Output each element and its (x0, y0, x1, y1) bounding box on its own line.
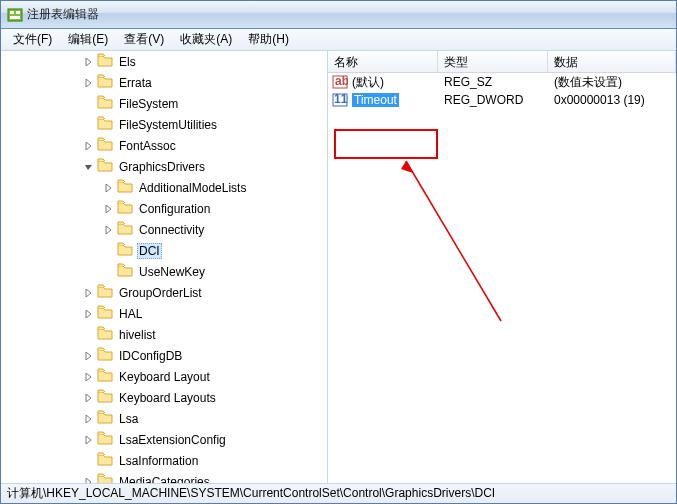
folder-icon (97, 452, 117, 469)
expander-closed-icon[interactable] (101, 201, 117, 217)
menu-view[interactable]: 查看(V) (116, 29, 172, 50)
folder-icon (117, 200, 137, 217)
tree-item-els[interactable]: Els (1, 51, 327, 72)
tree-item-configuration[interactable]: Configuration (1, 198, 327, 219)
folder-icon (117, 179, 137, 196)
col-data[interactable]: 数据 (548, 51, 676, 72)
tree-item-mediacategories[interactable]: MediaCategories (1, 471, 327, 483)
value-data: 0x00000013 (19) (548, 93, 676, 107)
value-type: REG_DWORD (438, 93, 548, 107)
list-row[interactable]: 110TimeoutREG_DWORD0x00000013 (19) (328, 91, 676, 109)
tree-item-label: Configuration (137, 201, 212, 217)
folder-icon (97, 158, 117, 175)
folder-icon (97, 431, 117, 448)
folder-icon (97, 305, 117, 322)
expander-none (81, 117, 97, 133)
expander-none (81, 96, 97, 112)
expander-closed-icon[interactable] (81, 411, 97, 427)
tree-item-lsainformation[interactable]: LsaInformation (1, 450, 327, 471)
col-type[interactable]: 类型 (438, 51, 548, 72)
tree-item-filesystemutilities[interactable]: FileSystemUtilities (1, 114, 327, 135)
expander-closed-icon[interactable] (81, 369, 97, 385)
tree-item-label: DCI (137, 243, 162, 259)
status-path: 计算机\HKEY_LOCAL_MACHINE\SYSTEM\CurrentCon… (7, 485, 495, 502)
folder-icon (97, 95, 117, 112)
folder-icon (97, 368, 117, 385)
tree-item-label: Lsa (117, 411, 140, 427)
dword-value-icon: 110 (332, 92, 348, 108)
tree-item-label: Keyboard Layout (117, 369, 212, 385)
tree-item-grouporderlist[interactable]: GroupOrderList (1, 282, 327, 303)
tree-item-graphicsdrivers[interactable]: GraphicsDrivers (1, 156, 327, 177)
tree-item-connectivity[interactable]: Connectivity (1, 219, 327, 240)
expander-closed-icon[interactable] (81, 432, 97, 448)
tree-item-label: Connectivity (137, 222, 206, 238)
expander-closed-icon[interactable] (81, 138, 97, 154)
titlebar[interactable]: 注册表编辑器 (1, 1, 676, 29)
tree-item-label: GraphicsDrivers (117, 159, 207, 175)
folder-icon (97, 473, 117, 483)
tree-item-filesystem[interactable]: FileSystem (1, 93, 327, 114)
expander-closed-icon[interactable] (101, 222, 117, 238)
tree-item-label: Els (117, 54, 138, 70)
statusbar: 计算机\HKEY_LOCAL_MACHINE\SYSTEM\CurrentCon… (1, 483, 676, 503)
tree-item-label: FileSystem (117, 96, 180, 112)
folder-icon (117, 242, 137, 259)
tree-item-keyboard-layouts[interactable]: Keyboard Layouts (1, 387, 327, 408)
folder-icon (97, 410, 117, 427)
tree-item-lsa[interactable]: Lsa (1, 408, 327, 429)
svg-text:ab: ab (335, 74, 348, 88)
list-header: 名称 类型 数据 (328, 51, 676, 73)
tree-item-errata[interactable]: Errata (1, 72, 327, 93)
expander-closed-icon[interactable] (81, 285, 97, 301)
tree-view[interactable]: ElsErrataFileSystemFileSystemUtilitiesFo… (1, 51, 328, 483)
tree-item-dci[interactable]: DCI (1, 240, 327, 261)
svg-rect-3 (10, 16, 20, 19)
expander-closed-icon[interactable] (101, 180, 117, 196)
list-view[interactable]: 名称 类型 数据 ab(默认)REG_SZ(数值未设置)110TimeoutRE… (328, 51, 676, 483)
expander-none (81, 327, 97, 343)
expander-closed-icon[interactable] (81, 390, 97, 406)
list-body: ab(默认)REG_SZ(数值未设置)110TimeoutREG_DWORD0x… (328, 73, 676, 483)
tree-item-hal[interactable]: HAL (1, 303, 327, 324)
tree-item-lsaextensionconfig[interactable]: LsaExtensionConfig (1, 429, 327, 450)
expander-closed-icon[interactable] (81, 474, 97, 484)
tree-item-keyboard-layout[interactable]: Keyboard Layout (1, 366, 327, 387)
tree-item-label: LsaInformation (117, 453, 200, 469)
col-name[interactable]: 名称 (328, 51, 438, 72)
body: ElsErrataFileSystemFileSystemUtilitiesFo… (1, 51, 676, 483)
menu-favorites[interactable]: 收藏夹(A) (172, 29, 240, 50)
folder-icon (97, 74, 117, 91)
value-type: REG_SZ (438, 75, 548, 89)
list-row[interactable]: ab(默认)REG_SZ(数值未设置) (328, 73, 676, 91)
expander-none (101, 243, 117, 259)
folder-icon (97, 53, 117, 70)
folder-icon (97, 326, 117, 343)
menu-edit[interactable]: 编辑(E) (60, 29, 116, 50)
svg-rect-2 (16, 11, 20, 14)
expander-closed-icon[interactable] (81, 54, 97, 70)
menubar: 文件(F) 编辑(E) 查看(V) 收藏夹(A) 帮助(H) (1, 29, 676, 51)
tree-item-label: hivelist (117, 327, 158, 343)
expander-open-icon[interactable] (81, 159, 97, 175)
tree-item-idconfigdb[interactable]: IDConfigDB (1, 345, 327, 366)
menu-help[interactable]: 帮助(H) (240, 29, 297, 50)
tree-item-fontassoc[interactable]: FontAssoc (1, 135, 327, 156)
expander-closed-icon[interactable] (81, 306, 97, 322)
svg-text:110: 110 (334, 92, 348, 106)
folder-icon (117, 221, 137, 238)
value-data: (数值未设置) (548, 74, 676, 91)
svg-rect-0 (8, 9, 22, 21)
tree-item-label: FontAssoc (117, 138, 178, 154)
tree-item-additionalmodelists[interactable]: AdditionalModeLists (1, 177, 327, 198)
tree-item-hivelist[interactable]: hivelist (1, 324, 327, 345)
svg-rect-1 (10, 11, 14, 14)
folder-icon (97, 389, 117, 406)
expander-none (101, 264, 117, 280)
tree-item-usenewkey[interactable]: UseNewKey (1, 261, 327, 282)
menu-file[interactable]: 文件(F) (5, 29, 60, 50)
expander-closed-icon[interactable] (81, 348, 97, 364)
tree-item-label: LsaExtensionConfig (117, 432, 228, 448)
string-value-icon: ab (332, 74, 348, 90)
expander-closed-icon[interactable] (81, 75, 97, 91)
